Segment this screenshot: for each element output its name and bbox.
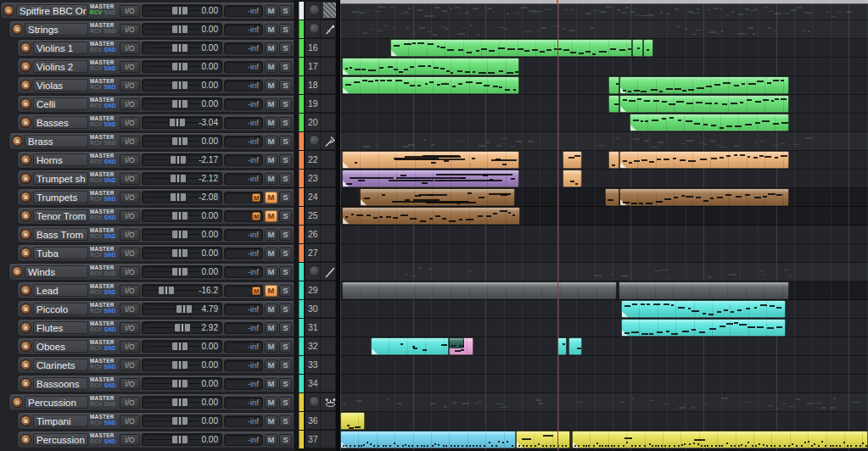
- fader-handle[interactable]: [176, 304, 193, 314]
- record-arm-button[interactable]: a: [20, 229, 31, 240]
- fader-handle[interactable]: [170, 155, 187, 164]
- volume-fader[interactable]: 0.00: [142, 247, 222, 259]
- solo-button[interactable]: S: [279, 210, 292, 222]
- fader-handle[interactable]: [171, 230, 188, 239]
- midi-item[interactable]: [563, 151, 582, 169]
- solo-button[interactable]: S: [279, 341, 292, 353]
- fader-handle[interactable]: [171, 267, 188, 276]
- mute-button[interactable]: M: [265, 434, 277, 446]
- volume-fader[interactable]: 0.00: [142, 433, 222, 446]
- record-arm-button[interactable]: a: [20, 378, 31, 389]
- track-name[interactable]: Timpani: [33, 415, 88, 427]
- midi-item[interactable]: [643, 39, 653, 57]
- track-name[interactable]: Strings: [25, 23, 88, 36]
- solo-button[interactable]: S: [279, 285, 292, 297]
- midi-item[interactable]: [390, 39, 632, 57]
- record-arm-button[interactable]: a: [20, 80, 31, 91]
- mute-button[interactable]: M: [265, 192, 277, 203]
- midi-item[interactable]: [608, 95, 619, 113]
- record-arm-button[interactable]: a: [20, 61, 31, 72]
- mute-button[interactable]: M: [265, 415, 277, 427]
- track-name[interactable]: Tuba: [33, 247, 88, 259]
- mute-button[interactable]: M: [265, 397, 277, 409]
- solo-button[interactable]: S: [279, 98, 292, 110]
- solo-button[interactable]: S: [279, 42, 292, 54]
- mute-button[interactable]: M: [265, 136, 277, 148]
- fader-handle[interactable]: [171, 62, 188, 71]
- track-name[interactable]: Bassoons: [33, 377, 88, 390]
- fader-handle[interactable]: [171, 6, 188, 15]
- track-name[interactable]: Lead: [33, 284, 88, 297]
- solo-button[interactable]: S: [279, 303, 292, 315]
- io-button[interactable]: I/O: [120, 322, 140, 334]
- solo-button[interactable]: S: [279, 24, 292, 36]
- track-name[interactable]: Violas: [33, 79, 88, 92]
- solo-button[interactable]: S: [279, 434, 292, 446]
- solo-button[interactable]: S: [279, 397, 292, 409]
- record-arm-button[interactable]: o: [12, 24, 23, 35]
- midi-item[interactable]: [360, 188, 515, 206]
- volume-fader[interactable]: 0.00: [142, 265, 222, 278]
- solo-button[interactable]: S: [279, 154, 292, 166]
- fader-handle[interactable]: [171, 416, 188, 426]
- midi-item[interactable]: [568, 337, 582, 355]
- io-button[interactable]: I/O: [120, 42, 140, 54]
- track-name[interactable]: Spitfire BBC Or: [16, 4, 88, 17]
- midi-item[interactable]: [619, 281, 789, 299]
- midi-item[interactable]: [619, 95, 789, 113]
- record-arm-button[interactable]: a: [20, 341, 31, 352]
- fader-handle[interactable]: [158, 286, 175, 295]
- mute-button[interactable]: M: [265, 359, 277, 371]
- track-name[interactable]: Brass: [25, 135, 88, 148]
- midi-item[interactable]: [632, 39, 643, 57]
- mute-button[interactable]: M: [265, 266, 277, 278]
- record-arm-button[interactable]: a: [20, 359, 31, 370]
- track-name[interactable]: Celli: [33, 97, 88, 110]
- midi-item[interactable]: [619, 151, 789, 169]
- io-button[interactable]: I/O: [120, 397, 140, 409]
- volume-fader[interactable]: 0.00: [142, 340, 222, 353]
- solo-button[interactable]: S: [279, 192, 292, 203]
- fader-handle[interactable]: [171, 360, 188, 370]
- midi-item[interactable]: [371, 337, 449, 355]
- io-button[interactable]: I/O: [120, 173, 140, 185]
- solo-button[interactable]: S: [279, 322, 292, 334]
- volume-fader[interactable]: 0.00: [142, 396, 222, 409]
- mute-button[interactable]: M: [265, 322, 277, 334]
- volume-fader[interactable]: 2.92: [142, 321, 222, 334]
- mute-button[interactable]: M: [265, 248, 277, 259]
- volume-fader[interactable]: 0.00: [142, 60, 222, 73]
- mute-button[interactable]: M: [265, 173, 277, 185]
- folder-record-arm-button[interactable]: [309, 135, 320, 146]
- record-arm-button[interactable]: a: [20, 415, 31, 426]
- io-button[interactable]: I/O: [120, 415, 140, 427]
- timeline-ruler[interactable]: [340, 0, 868, 4]
- solo-button[interactable]: S: [279, 229, 292, 241]
- volume-fader[interactable]: -2.08: [142, 191, 222, 203]
- mute-button[interactable]: M: [265, 303, 277, 315]
- io-button[interactable]: I/O: [120, 210, 140, 222]
- fader-handle[interactable]: [171, 342, 188, 351]
- solo-button[interactable]: S: [279, 415, 292, 427]
- folder-record-arm-button[interactable]: [309, 265, 320, 276]
- solo-button[interactable]: S: [279, 378, 292, 390]
- midi-item[interactable]: [621, 300, 786, 318]
- record-arm-button[interactable]: a: [20, 248, 31, 259]
- track-name[interactable]: Violins 2: [33, 60, 88, 73]
- track-name[interactable]: Tenor Trom: [33, 209, 88, 222]
- volume-fader[interactable]: -3.04: [142, 116, 222, 129]
- fader-handle[interactable]: [171, 43, 188, 53]
- solo-button[interactable]: S: [279, 248, 292, 259]
- track-name[interactable]: Winds: [25, 265, 88, 278]
- midi-item[interactable]: [342, 207, 520, 225]
- midi-item[interactable]: [340, 431, 516, 448]
- midi-item[interactable]: [342, 76, 519, 94]
- record-arm-button[interactable]: a: [20, 210, 31, 221]
- track-name[interactable]: Clarinets: [33, 359, 88, 371]
- solo-button[interactable]: S: [279, 61, 292, 73]
- volume-fader[interactable]: 0.00: [142, 4, 222, 17]
- io-button[interactable]: I/O: [120, 80, 140, 92]
- folder-record-arm-button[interactable]: [309, 396, 320, 407]
- track-name[interactable]: Trumpet sh: [33, 172, 88, 185]
- playhead[interactable]: [557, 4, 558, 451]
